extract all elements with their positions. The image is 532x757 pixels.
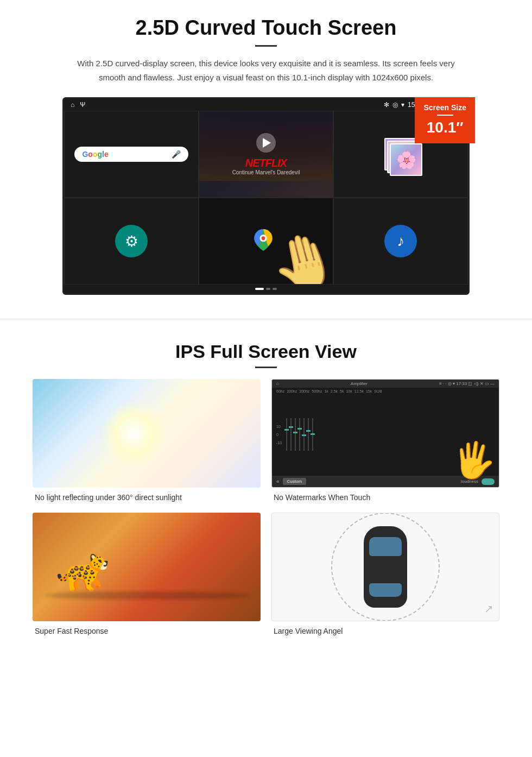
netflix-subtitle: Continue Marvel's Daredevil — [232, 169, 300, 175]
netflix-play-button[interactable] — [256, 133, 276, 153]
settings-icon-circle: ⚙ — [115, 225, 148, 257]
google-search-bar[interactable]: Google 🎤 — [74, 147, 188, 162]
badge-label: Screen Size — [423, 103, 466, 112]
app-grid-row1: Google 🎤 Google 3 × 1 — [64, 111, 468, 198]
amplifier-caption: No Watermarks When Touch — [271, 493, 499, 502]
section1-description: With 2.5D curved-display screen, this de… — [76, 56, 456, 84]
feature-cheetah: 🐆 Super Fast Response — [33, 513, 261, 635]
eq-slider-7 — [312, 418, 313, 451]
status-bar: ⌂ Ψ ✻ ◎ ▾ 15:06 ◫ ◁) ✕ ▭ — [64, 99, 468, 111]
netflix-content: NETFLIX Continue Marvel's Daredevil — [199, 111, 333, 197]
eq-slider-1 — [286, 418, 287, 451]
status-left-icons: ⌂ Ψ — [71, 101, 85, 109]
pagination-dots — [64, 285, 468, 293]
wifi-icon: ▾ — [401, 101, 404, 109]
eq-slider-3 — [295, 418, 296, 451]
feature-amplifier: ⌂ Amplifier ≡ · · ◎ ▾ 17:33 ◫ ◁) ✕ ▭ — 6… — [271, 379, 499, 502]
eq-bars-container: 100-10 — [272, 393, 499, 476]
settings-cell[interactable]: ⚙ Settings shortcut 1 × 1 — [64, 198, 199, 285]
hand-pointer-icon: 🤚 — [264, 228, 333, 285]
amp-home-icon: ⌂ — [276, 381, 279, 386]
eq-slider-2 — [290, 418, 292, 451]
netflix-logo: NETFLIX — [245, 157, 287, 169]
location-icon: ◎ — [392, 101, 398, 109]
screen-mockup: Screen Size 10.1″ ⌂ Ψ ✻ ◎ ▾ 15:06 ◫ ◁) ✕ — [62, 97, 470, 295]
eq-scale: 100-10 — [276, 425, 282, 445]
gmaps-icon-container — [252, 229, 274, 253]
settings-label-row: Settings shortcut 1 × 1 — [65, 284, 198, 285]
section2-underline — [255, 367, 277, 368]
home-icon: ⌂ — [71, 101, 74, 109]
cheetah-emoji: 🐆 — [55, 543, 110, 594]
eq-slider-5 — [303, 418, 305, 451]
photo-card-1: 🌸 — [390, 143, 422, 176]
usb-icon: Ψ — [80, 101, 85, 109]
title-underline — [255, 45, 277, 47]
angle-arrow: ↗ — [484, 602, 493, 615]
amp-hand-icon: 🖐 — [451, 438, 498, 483]
car-windshield — [369, 537, 402, 556]
feature-sunlight: No light reflecting under 360° direct su… — [33, 379, 261, 502]
google-app-cell[interactable]: Google 🎤 Google 3 × 1 — [64, 111, 199, 198]
sunlight-caption: No light reflecting under 360° direct su… — [33, 493, 261, 502]
feature-car: ↗ Large Viewing Angel — [271, 513, 499, 635]
gmaps-icon — [252, 229, 274, 251]
svg-point-1 — [262, 236, 265, 240]
section1-title: 2.5D Curved Touch Screen — [33, 16, 499, 40]
dot-3 — [273, 288, 277, 290]
sound-icon-circle: ♪ — [384, 225, 417, 257]
dot-2 — [266, 288, 270, 290]
car-rear-window — [369, 583, 402, 597]
car-image: ↗ — [271, 513, 499, 621]
car-with-circle — [364, 526, 407, 608]
share-label-row: Share location 1 × 1 — [199, 284, 333, 285]
section1: 2.5D Curved Touch Screen With 2.5D curve… — [0, 0, 532, 313]
eq-slider-6 — [308, 418, 309, 451]
section2-title: IPS Full Screen View — [33, 341, 499, 362]
section-divider — [0, 319, 532, 319]
music-note-icon: ♪ — [397, 232, 404, 250]
dot-1 — [255, 288, 264, 290]
google-logo: Google — [82, 150, 108, 159]
bluetooth-icon: ✻ — [384, 101, 389, 109]
sunlight-image — [33, 379, 261, 488]
flower-icon: 🌸 — [391, 144, 421, 175]
sun-glow — [101, 401, 166, 466]
badge-size-value: 10.1″ — [423, 118, 466, 137]
device-screen: ⌂ Ψ ✻ ◎ ▾ 15:06 ◫ ◁) ✕ ▭ — [62, 97, 470, 295]
amp-header: ⌂ Amplifier ≡ · · ◎ ▾ 17:33 ◫ ◁) ✕ ▭ — — [272, 380, 499, 388]
section2: IPS Full Screen View No light reflecting… — [0, 325, 532, 652]
cheetah-caption: Super Fast Response — [33, 627, 261, 635]
app-grid-row2: ⚙ Settings shortcut 1 × 1 — [64, 198, 468, 285]
screen-size-badge: Screen Size 10.1″ — [415, 97, 475, 143]
amp-title: Amplifier — [351, 381, 368, 386]
amp-icons: ≡ · · ◎ ▾ 17:33 ◫ ◁) ✕ ▭ — — [439, 381, 495, 386]
sound-search-cell[interactable]: ♪ Sound Search 1 × 1 — [333, 198, 468, 285]
car-caption: Large Viewing Angel — [271, 627, 499, 635]
sound-label-row: Sound Search 1 × 1 — [334, 284, 467, 285]
gear-icon: ⚙ — [125, 232, 138, 250]
eq-slider-4 — [299, 418, 300, 451]
car-top-view — [272, 513, 499, 621]
play-triangle-icon — [263, 138, 271, 148]
netflix-app-cell[interactable]: NETFLIX Continue Marvel's Daredevil Netf… — [199, 111, 333, 198]
feature-grid: No light reflecting under 360° direct su… — [33, 379, 499, 635]
cheetah-image: 🐆 — [33, 513, 261, 621]
amplifier-image: ⌂ Amplifier ≡ · · ◎ ▾ 17:33 ◫ ◁) ✕ ▭ — 6… — [271, 379, 499, 488]
share-location-cell[interactable]: 🤚 Share location 1 × 1 — [199, 198, 333, 285]
car-body — [364, 526, 407, 608]
google-mic-icon: 🎤 — [172, 150, 181, 159]
cheetah-shadow — [44, 591, 249, 600]
amp-freq-labels: 60hz100hz200hz500hz 1k2.5k5k10k 12.5k15k… — [272, 388, 499, 393]
amp-custom-btn[interactable]: Custom — [283, 478, 307, 485]
